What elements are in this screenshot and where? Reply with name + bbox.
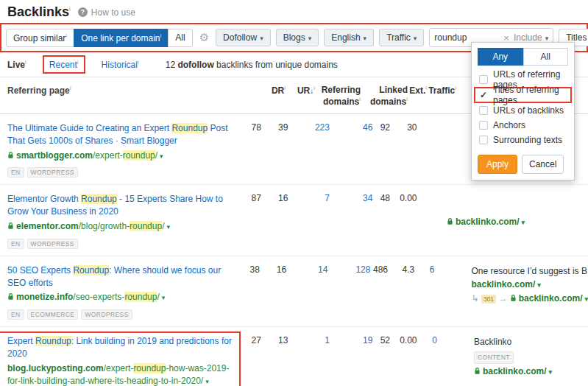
target-url-link[interactable]: backlinko.com/▾: [472, 278, 588, 292]
column-referring-page[interactable]: Referring pagei: [0, 85, 259, 96]
referring-page-title[interactable]: 50 SEO Experts Roundup: Where should we …: [7, 264, 235, 290]
cell-traffic: 4.3: [388, 264, 414, 275]
referring-page-title[interactable]: The Ultimate Guide to Creating an Expert…: [7, 122, 237, 147]
checkbox[interactable]: [479, 106, 488, 115]
column-traffic[interactable]: Traffici: [427, 85, 456, 96]
cell-traffic: 0.00: [390, 193, 417, 203]
cell-dr: 38: [235, 264, 260, 275]
referring-page-cell: 50 SEO Experts Roundup: Where should we …: [0, 264, 235, 320]
referring-page-cell: The Ultimate Guide to Creating an Expert…: [0, 122, 237, 178]
column-referring-domains[interactable]: Referring domainsi: [315, 85, 361, 108]
cell-ext: 52: [372, 335, 390, 345]
cell-ur: 39: [261, 122, 288, 133]
include-mode-select[interactable]: Include▾: [514, 32, 548, 43]
https-lock-icon: [510, 292, 517, 306]
checkbox[interactable]: [479, 75, 488, 84]
group-similar-button[interactable]: Group similari: [6, 29, 74, 47]
referring-page-title[interactable]: Expert Roundup: Link building in 2019 an…: [7, 335, 237, 360]
traffic-filter-button[interactable]: Traffic▾: [379, 29, 424, 46]
chevron-down-icon[interactable]: ▾: [549, 368, 553, 376]
redirect-arrow-icon: ↳: [472, 293, 481, 303]
cell-ext: 92: [372, 122, 390, 133]
referring-page-url[interactable]: smartblogger.com/expert-roundup/▾: [7, 150, 237, 163]
cell-ref-domains: 1: [288, 335, 330, 345]
match-all-button[interactable]: All: [523, 48, 569, 66]
cancel-button[interactable]: Cancel: [522, 155, 564, 174]
backlink-details-cell: One resource I’d suggest is Bbacklinko.c…: [472, 264, 588, 306]
badge-ecommerce: ECOMMERCE: [27, 309, 79, 320]
column-ur[interactable]: UR↓i: [286, 85, 315, 96]
filter-option-titles-of-referring-pages[interactable]: ✓Titles of referring pages: [474, 87, 572, 103]
cell-dr: 87: [237, 193, 261, 203]
tab-historical[interactable]: Historicali: [102, 59, 139, 70]
apply-button[interactable]: Apply: [478, 155, 517, 174]
badge-en: EN: [7, 309, 24, 320]
backlink-details-cell: BacklinkoCONTENTbacklinko.com/▾: [474, 335, 588, 379]
tab-recent[interactable]: Recenti: [49, 60, 79, 70]
one-link-per-domain-button[interactable]: One link per domaini: [74, 29, 169, 47]
tab-live[interactable]: Livei: [7, 59, 26, 70]
badge-wordpress: WORDPRESS: [27, 167, 78, 178]
filter-option-urls-of-backlinks[interactable]: URLs of backlinks: [478, 103, 568, 118]
target-url-link[interactable]: backlinko.com/▾: [474, 365, 588, 379]
table-row: 50 SEO Experts Roundup: Where should we …: [0, 256, 588, 327]
referring-page-url[interactable]: elementor.com/blog/growth-roundup/▾: [7, 220, 237, 234]
cell-kw: 0: [417, 335, 437, 345]
referring-page-title[interactable]: Elementor Growth Roundup - 15 Experts Sh…: [7, 193, 237, 218]
chevron-down-icon[interactable]: ▾: [205, 378, 209, 385]
redirect-chain-link[interactable]: ↳ 301 → backlinko.com/▾: [472, 292, 588, 306]
https-lock-icon: [447, 216, 453, 230]
chevron-down-icon[interactable]: ▾: [537, 281, 541, 289]
search-input[interactable]: [434, 32, 499, 43]
match-mode-toggle: Any All: [478, 48, 568, 66]
chevron-down-icon[interactable]: ▾: [584, 295, 588, 303]
platforms-filter-button[interactable]: Blogs▾: [276, 29, 319, 46]
chevron-down-icon[interactable]: ▾: [160, 152, 163, 160]
cell-linked-domains: 34: [330, 193, 372, 203]
checkbox[interactable]: [479, 136, 488, 144]
chevron-down-icon[interactable]: ▾: [166, 223, 170, 231]
table-row: Elementor Growth Roundup - 15 Experts Sh…: [0, 185, 588, 256]
cell-traffic: 30: [390, 122, 417, 133]
cell-ur: 16: [261, 193, 288, 203]
scope-options: URLs of referring pages✓Titles of referr…: [478, 72, 568, 147]
language-filter-button[interactable]: English▾: [324, 29, 374, 46]
arrow-right-icon: →: [496, 293, 510, 303]
how-to-use-link[interactable]: ? How to use: [78, 7, 135, 18]
cell-linked-domains: 46: [330, 122, 372, 133]
results-summary: 12 dofollow backlinks from unique domain…: [166, 60, 338, 70]
filter-option-surrounding-texts[interactable]: Surrounding texts: [478, 133, 568, 147]
chevron-down-icon: ▾: [414, 35, 417, 42]
page-title: Backlinksi: [7, 4, 71, 20]
badge-wordpress: WORDPRESS: [27, 239, 78, 249]
cell-linked-domains: 128: [327, 264, 370, 275]
anchor-context-text: Backlinko: [474, 335, 588, 349]
target-url-link[interactable]: backlinko.com/▾: [447, 215, 588, 230]
redirect-301-badge: 301: [481, 295, 496, 303]
badge-wordpress: WORDPRESS: [81, 309, 132, 320]
info-icon: i: [69, 6, 71, 13]
badge-content: CONTENT: [474, 351, 514, 364]
cell-dr: 27: [237, 335, 261, 345]
filter-option-anchors[interactable]: Anchors: [478, 118, 568, 133]
backlink-details-cell: backlinko.com/▾: [474, 193, 588, 230]
match-any-button[interactable]: Any: [478, 48, 523, 66]
referring-page-url[interactable]: monetize.info/seo-experts-roundup/▾: [7, 291, 235, 304]
referring-page-url[interactable]: blog.luckyposting.com/expert-roundup-how…: [7, 362, 237, 386]
column-dr[interactable]: DRi: [259, 85, 286, 96]
page-badges: ENECOMMERCEWORDPRESS: [7, 309, 235, 320]
column-ext[interactable]: Ext.i: [408, 85, 427, 96]
https-lock-icon: [7, 150, 14, 163]
chevron-down-icon[interactable]: ▾: [162, 294, 166, 301]
all-links-button[interactable]: All: [168, 29, 192, 47]
column-linked-domains[interactable]: Linked domainsi: [361, 85, 408, 108]
cell-traffic: 0.00: [390, 335, 417, 345]
gear-icon[interactable]: ⚙: [198, 31, 210, 44]
checkbox[interactable]: [479, 121, 488, 130]
page-header: Backlinksi ? How to use: [0, 0, 588, 23]
chevron-down-icon[interactable]: ▾: [522, 219, 525, 226]
dofollow-filter-button[interactable]: Dofollow▾: [216, 29, 271, 46]
table-row: Expert Roundup: Link building in 2019 an…: [0, 327, 588, 386]
cell-ur: 16: [260, 264, 286, 275]
chevron-down-icon: ▾: [364, 35, 367, 42]
